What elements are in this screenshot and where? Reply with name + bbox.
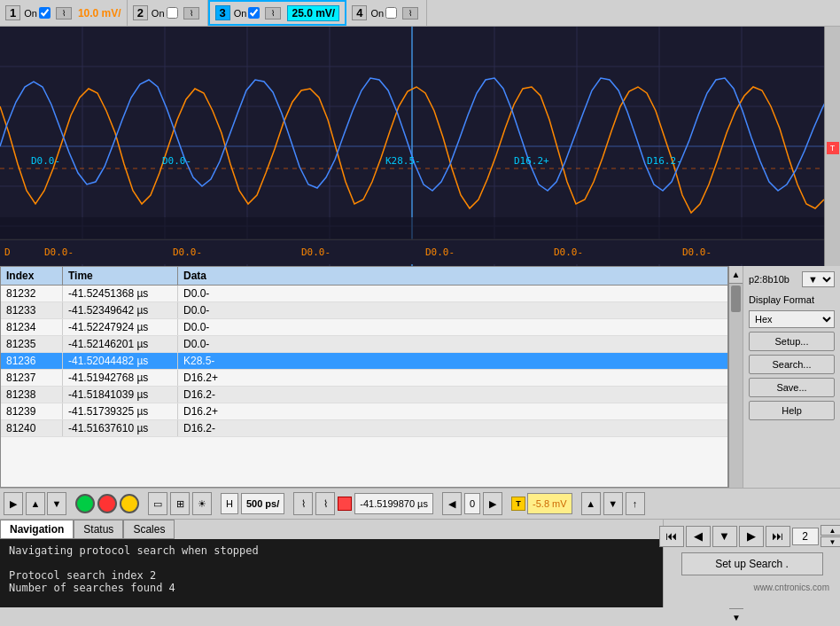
table-row[interactable]: 81237 -41.51942768 µs D16.2+: [1, 370, 727, 387]
color-red[interactable]: [97, 494, 117, 513]
wave-btn2[interactable]: ⌇: [315, 492, 335, 515]
ch1-checkbox[interactable]: [39, 7, 51, 19]
table-row[interactable]: 81240 -41.51637610 µs D16.2-: [1, 420, 727, 437]
scope-canvas[interactable]: D D0.0- D0.0- D0.0- D0.0- D0.0- D0.0- D0…: [0, 27, 824, 266]
nav-last-btn[interactable]: ⏭: [766, 526, 790, 547]
table-body[interactable]: 81232 -41.52451368 µs D0.0- 81233 -41.52…: [1, 286, 727, 487]
ch1-number[interactable]: 1: [5, 5, 20, 20]
decode-label: p2:8b10b: [749, 274, 789, 285]
data-table: Index Time Data 81232 -41.52451368 µs D0…: [0, 266, 728, 488]
tab-status[interactable]: Status: [74, 520, 123, 539]
cell-time: -41.52247924 µs: [63, 319, 178, 335]
svg-text:D0.0-: D0.0-: [31, 155, 60, 167]
channel-3-block: 3 On ⌇ 25.0 mV/: [208, 0, 347, 26]
table-row[interactable]: 81234 -41.52247924 µs D0.0-: [1, 319, 727, 336]
brightness-btn[interactable]: ☀: [192, 492, 212, 515]
cell-data: D16.2+: [178, 403, 727, 419]
ch4-wave-icon[interactable]: ⌇: [402, 7, 418, 20]
ch2-wave-icon[interactable]: ⌇: [183, 7, 199, 20]
wave-btn[interactable]: ⌇: [293, 492, 313, 515]
trigger-voltage: -5.8 mV: [527, 493, 572, 514]
prev-btn[interactable]: ◀: [442, 492, 462, 515]
ch4-checkbox[interactable]: [385, 7, 397, 19]
ch3-voltage: 25.0 mV/: [287, 5, 339, 21]
ch4-number[interactable]: 4: [352, 5, 367, 20]
ch3-number[interactable]: 3: [215, 5, 230, 20]
bottom-toolbar: ▶ ▲ ▼ ▭ ⊞ ☀ H 500 ps/ ⌇ ⌇ -41.5199870 µs…: [0, 488, 840, 519]
cell-data: D0.0-: [178, 302, 727, 318]
down-button[interactable]: ▼: [47, 492, 66, 515]
table-row[interactable]: 81235 -41.52146201 µs D0.0-: [1, 336, 727, 353]
scroll-up[interactable]: ▲: [729, 266, 743, 284]
help-button[interactable]: Help: [749, 401, 835, 420]
setup-button[interactable]: Setup...: [749, 332, 835, 351]
scope-right-sidebar: T: [824, 27, 840, 266]
color-yellow[interactable]: [120, 494, 139, 513]
cell-data: D16.2+: [178, 370, 727, 386]
ch3-checkbox[interactable]: [248, 7, 260, 19]
ch2-number[interactable]: 2: [133, 5, 148, 20]
scroll-thumb[interactable]: [731, 286, 741, 312]
table-row[interactable]: 81239 -41.51739325 µs D16.2+: [1, 403, 727, 420]
table-row[interactable]: 81236 -41.52044482 µs K28.5-: [1, 353, 727, 370]
table-row[interactable]: 81232 -41.52451368 µs D0.0-: [1, 286, 727, 302]
display-mode-btn[interactable]: ▭: [148, 492, 167, 515]
tab-navigation[interactable]: Navigation: [0, 520, 74, 539]
trigger-group: T -5.8 mV: [511, 493, 572, 514]
channel-4-block: 4 On ⌇: [346, 0, 427, 26]
trigger-down-btn[interactable]: ▼: [603, 492, 623, 515]
search-index: 2: [792, 528, 819, 545]
nav-controls: ⏮ ◀ ▼ ▶ ⏭ 2 ▲ ▼: [659, 525, 841, 547]
svg-text:D16.2-: D16.2-: [647, 155, 682, 167]
nav-prev-btn[interactable]: ◀: [686, 526, 711, 547]
table-row[interactable]: 81233 -41.52349642 µs D0.0-: [1, 302, 727, 319]
cell-data: D0.0-: [178, 336, 727, 352]
layer-btn[interactable]: ⊞: [170, 492, 190, 515]
status-area: Navigation Status Scales Navigating prot…: [0, 519, 840, 607]
nav-down-btn[interactable]: ▼: [712, 526, 737, 547]
nav-first-btn[interactable]: ⏮: [659, 526, 684, 547]
display-format-label: Display Format: [749, 294, 835, 305]
nav-dec[interactable]: ▼: [821, 536, 841, 547]
svg-text:D: D: [4, 246, 11, 258]
nav-next-btn[interactable]: ▶: [739, 526, 764, 547]
status-content: Navigation Status Scales Navigating prot…: [0, 520, 663, 607]
scroll-down[interactable]: ▼: [729, 608, 743, 626]
edge-btn[interactable]: ↑: [626, 492, 645, 515]
run-stop-button[interactable]: ▶: [4, 492, 23, 515]
trigger-T-label: T: [511, 497, 525, 511]
format-select[interactable]: Hex Binary ASCII Decimal: [749, 310, 835, 328]
cell-index: 81239: [1, 403, 63, 419]
timebase-display: 500 ps/: [241, 493, 284, 514]
trigger-up-btn[interactable]: ▲: [581, 492, 601, 515]
tab-row: Navigation Status Scales: [0, 520, 663, 539]
table-scrollbar[interactable]: ▲ ▼: [728, 266, 743, 488]
log-line-1: Navigating protocol search when stopped: [9, 544, 654, 557]
color-green[interactable]: [75, 494, 95, 513]
next-btn[interactable]: ▶: [483, 492, 502, 515]
cell-time: -41.51942768 µs: [63, 370, 178, 386]
ch3-wave-icon[interactable]: ⌇: [265, 7, 281, 20]
cell-index: 81232: [1, 286, 63, 301]
ch1-wave-icon[interactable]: ⌇: [56, 7, 72, 20]
search-button[interactable]: Search...: [749, 355, 835, 374]
table-row[interactable]: 81238 -41.51841039 µs D16.2-: [1, 387, 727, 403]
time-position: -41.5199870 µs: [354, 493, 433, 514]
cell-index: 81235: [1, 336, 63, 352]
ch2-checkbox[interactable]: [167, 7, 178, 19]
nav-inc[interactable]: ▲: [821, 525, 841, 536]
up-button[interactable]: ▲: [26, 492, 45, 515]
svg-text:D16.2+: D16.2+: [514, 155, 549, 167]
right-nav: ⏮ ◀ ▼ ▶ ⏭ 2 ▲ ▼ Set up Search . www.cntr…: [663, 520, 840, 607]
setup-search-button[interactable]: Set up Search .: [681, 552, 823, 575]
cell-time: -41.52451368 µs: [63, 286, 178, 301]
cell-time: -41.52349642 µs: [63, 302, 178, 318]
table-header: Index Time Data: [1, 267, 727, 286]
svg-text:D0.0-: D0.0-: [162, 155, 191, 167]
tab-scales[interactable]: Scales: [123, 520, 175, 539]
cell-data: D16.2-: [178, 387, 727, 403]
save-button[interactable]: Save...: [749, 378, 835, 397]
col-header-index: Index: [1, 267, 63, 285]
decode-select[interactable]: ▼: [802, 271, 835, 287]
data-area: Index Time Data 81232 -41.52451368 µs D0…: [0, 266, 840, 488]
